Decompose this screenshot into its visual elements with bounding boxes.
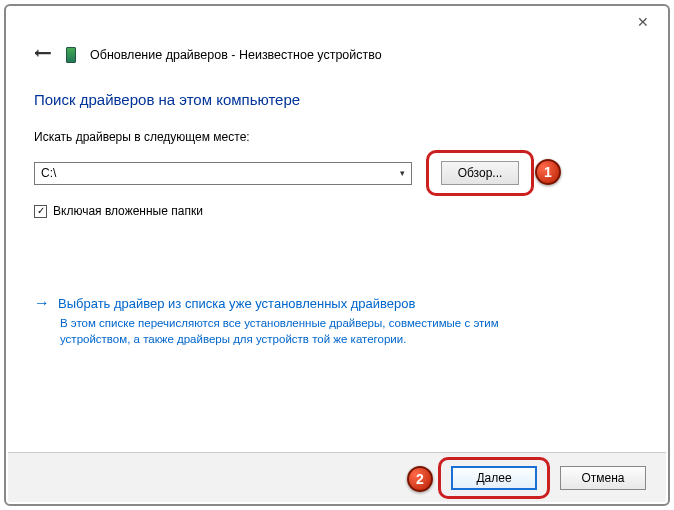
- annotation-highlight-2: 2 Далее: [438, 457, 550, 499]
- annotation-highlight-1: Обзор... 1: [426, 150, 534, 196]
- arrow-right-icon: →: [34, 294, 50, 312]
- dialog-footer: 2 Далее Отмена: [8, 452, 666, 502]
- page-heading: Поиск драйверов на этом компьютере: [34, 91, 640, 108]
- titlebar: ✕: [6, 6, 668, 38]
- path-combobox[interactable]: C:\ ▾: [34, 162, 412, 185]
- cancel-button[interactable]: Отмена: [560, 466, 646, 490]
- dialog-header: 🠔 Обновление драйверов - Неизвестное уст…: [34, 38, 640, 83]
- search-location-label: Искать драйверы в следующем месте:: [34, 130, 640, 144]
- path-value: C:\: [41, 166, 56, 180]
- dialog-window: ✕ 🠔 Обновление драйверов - Неизвестное у…: [4, 4, 670, 506]
- pick-from-list-title: Выбрать драйвер из списка уже установлен…: [58, 296, 415, 311]
- pick-from-list-link[interactable]: → Выбрать драйвер из списка уже установл…: [34, 294, 640, 312]
- include-subfolders-checkbox[interactable]: ✓: [34, 205, 47, 218]
- pick-from-list-description: В этом списке перечисляются все установл…: [60, 316, 500, 347]
- chevron-down-icon: ▾: [400, 168, 405, 178]
- annotation-badge-1: 1: [535, 159, 561, 185]
- dialog-title: Обновление драйверов - Неизвестное устро…: [90, 48, 382, 62]
- close-icon[interactable]: ✕: [628, 14, 658, 30]
- device-icon: [66, 47, 76, 63]
- browse-button[interactable]: Обзор...: [441, 161, 519, 185]
- next-button[interactable]: Далее: [451, 466, 537, 490]
- include-subfolders-label: Включая вложенные папки: [53, 204, 203, 218]
- annotation-badge-2: 2: [407, 466, 433, 492]
- back-arrow-icon[interactable]: 🠔: [34, 44, 52, 65]
